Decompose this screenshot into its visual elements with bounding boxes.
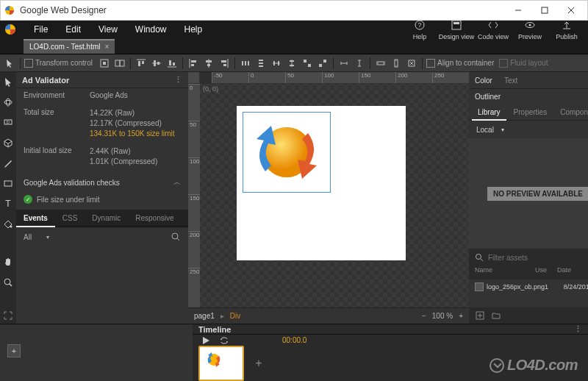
ruler-vertical[interactable]: 050100150200250 — [188, 84, 200, 307]
dist-1-icon[interactable] — [239, 57, 252, 70]
pen-tool[interactable] — [0, 155, 16, 171]
properties-tab[interactable]: Properties — [508, 104, 553, 121]
match-size-icon[interactable] — [405, 57, 418, 70]
artboard[interactable] — [237, 106, 406, 260]
color-panel-tab[interactable]: Color — [475, 76, 492, 85]
zoom-tool[interactable] — [0, 274, 16, 291]
align-to-container-checkbox[interactable] — [426, 59, 435, 68]
svg-rect-27 — [191, 64, 194, 66]
library-tab[interactable]: Library — [472, 104, 506, 121]
text-panel-tab[interactable]: Text — [504, 76, 517, 85]
menu-window[interactable]: Window — [126, 24, 176, 35]
add-layer-button[interactable]: + — [7, 344, 21, 357]
add-keyframe-button[interactable]: + — [250, 355, 268, 372]
dist-3-icon[interactable] — [270, 57, 283, 70]
events-filter-dropdown[interactable]: All ▾ — [24, 233, 49, 241]
initial-label: Initial load size — [24, 146, 90, 167]
svg-rect-23 — [169, 60, 171, 65]
align-hcenter-icon[interactable] — [202, 57, 215, 70]
page-bar: page1 ▸ Div − 100 % + — [188, 307, 469, 324]
tab-responsive[interactable]: Responsive — [128, 210, 181, 227]
dist-5-icon[interactable] — [301, 57, 314, 70]
outliner-panel-tab[interactable]: Outliner — [475, 93, 501, 101]
align-vcenter-icon[interactable] — [150, 57, 163, 70]
text-tool[interactable]: T — [0, 196, 16, 212]
selected-element[interactable] — [243, 112, 331, 193]
tag-tool[interactable]: D — [0, 114, 16, 130]
expand-tool[interactable] — [0, 307, 16, 324]
rotate-3d-tool[interactable] — [0, 94, 16, 110]
add-asset-icon[interactable] — [475, 310, 485, 321]
space-h-icon[interactable] — [337, 57, 351, 70]
align-top-icon[interactable] — [135, 57, 148, 70]
selection-tool[interactable] — [0, 74, 16, 90]
align-bottom-icon[interactable] — [165, 57, 179, 70]
svg-rect-44 — [290, 60, 294, 62]
svg-text:T: T — [5, 199, 11, 209]
asset-row[interactable]: logo_256px_ob.png 1 8/24/2018, 9:20:05 P… — [469, 279, 588, 294]
dist-2-icon[interactable] — [254, 57, 268, 70]
hand-tool[interactable] — [0, 254, 16, 270]
svg-rect-47 — [308, 64, 311, 67]
ruler-horizontal[interactable]: -50050100150200250 — [212, 72, 469, 84]
opt-icon-2[interactable] — [113, 57, 126, 70]
page-name[interactable]: page1 — [194, 312, 215, 320]
tab-css[interactable]: CSS — [55, 210, 85, 227]
align-right-icon[interactable] — [218, 57, 231, 70]
dist-4-icon[interactable] — [285, 57, 298, 70]
timeline-more-icon[interactable]: ⋮ — [574, 324, 582, 334]
keyframe-thumbnail[interactable] — [198, 346, 244, 381]
filter-assets-input[interactable] — [488, 254, 588, 262]
breadcrumb-element[interactable]: Div — [230, 312, 240, 320]
viewport[interactable]: (0, 0) — [200, 84, 469, 307]
initial-compressed: 1.01K (Compressed) — [90, 157, 181, 167]
zoom-value[interactable]: 100 % — [432, 312, 453, 320]
col-date[interactable]: Date — [557, 266, 588, 279]
menu-edit[interactable]: Edit — [57, 24, 90, 35]
col-use[interactable]: Use — [535, 266, 557, 279]
document-tab[interactable]: LO4D.com - Test.html × — [24, 39, 115, 54]
shape-tool[interactable] — [0, 175, 16, 191]
opt-icon-1[interactable] — [98, 57, 111, 70]
tab-dynamic[interactable]: Dynamic — [85, 210, 128, 227]
total-size-label: Total size — [24, 108, 90, 139]
loop-button[interactable] — [219, 336, 229, 345]
align-left-icon[interactable] — [187, 57, 200, 70]
menu-view[interactable]: View — [90, 24, 126, 35]
menu-help[interactable]: Help — [176, 24, 212, 35]
space-v-icon[interactable] — [353, 57, 366, 70]
match-w-icon[interactable] — [374, 57, 387, 70]
zoom-in-button[interactable]: + — [459, 312, 463, 320]
close-tab-icon[interactable]: × — [105, 43, 110, 51]
image-icon — [475, 282, 484, 291]
search-icon[interactable] — [171, 232, 181, 242]
library-scope-dropdown[interactable]: Local — [476, 126, 494, 134]
col-name[interactable]: Name — [475, 266, 535, 279]
ad-validator-header[interactable]: Ad Validator ⋮ — [16, 72, 188, 88]
design-view-button[interactable]: Design view — [438, 17, 475, 42]
components-tab[interactable]: Components — [554, 104, 588, 121]
code-view-button[interactable]: Code view — [475, 17, 512, 42]
3d-object-tool[interactable] — [0, 135, 16, 151]
zoom-out-button[interactable]: − — [422, 312, 426, 320]
panel-more-icon[interactable]: ⋮ — [174, 75, 182, 85]
menu-file[interactable]: File — [25, 24, 57, 35]
new-folder-icon[interactable] — [491, 310, 501, 321]
tab-events[interactable]: Events — [16, 210, 55, 227]
fluid-layout-checkbox[interactable] — [499, 59, 508, 68]
transform-control-checkbox[interactable] — [24, 59, 33, 68]
svg-rect-24 — [173, 63, 175, 65]
check-ok-icon: ✓ — [24, 195, 32, 204]
play-button[interactable] — [201, 336, 210, 345]
svg-point-54 — [7, 99, 10, 106]
help-button[interactable]: ?Help — [401, 17, 438, 42]
fill-tool[interactable] — [0, 216, 16, 232]
tool-column: D T — [0, 72, 16, 324]
match-h-icon[interactable] — [390, 57, 403, 70]
svg-point-11 — [529, 24, 531, 26]
publish-button[interactable]: Publish — [548, 17, 585, 42]
preview-button[interactable]: Preview — [512, 17, 548, 42]
selection-tool-icon[interactable] — [3, 57, 16, 70]
checks-header[interactable]: Google Ads validation checks ︿ — [16, 173, 188, 192]
dist-6-icon[interactable] — [316, 57, 329, 70]
